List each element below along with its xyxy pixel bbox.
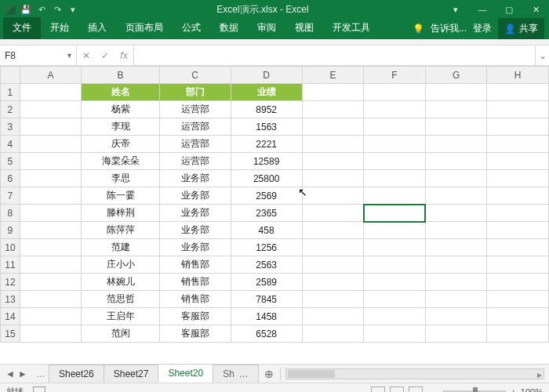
col-header[interactable]: F — [364, 67, 426, 84]
row-header[interactable]: 15 — [1, 325, 20, 343]
row-header[interactable]: 11 — [1, 256, 20, 274]
cell[interactable] — [487, 101, 549, 118]
cell[interactable] — [364, 308, 426, 325]
cell[interactable] — [425, 256, 487, 274]
close-icon[interactable]: ✕ — [522, 0, 549, 19]
tab-home[interactable]: 开始 — [41, 17, 78, 39]
cell[interactable]: 12589 — [231, 153, 302, 170]
tab-formula[interactable]: 公式 — [173, 17, 210, 39]
cell[interactable]: 业务部 — [159, 222, 231, 239]
tell-me[interactable]: 告诉我... — [431, 22, 467, 35]
cell[interactable] — [20, 256, 82, 274]
expand-formula-icon[interactable]: ⌄ — [535, 45, 549, 65]
row-header[interactable]: 12 — [1, 274, 20, 291]
cell[interactable]: 滕梓荆 — [82, 205, 159, 222]
cell[interactable]: 7845 — [231, 291, 302, 308]
cell[interactable] — [20, 118, 82, 136]
cell[interactable]: 业务部 — [159, 239, 231, 256]
col-header[interactable]: A — [20, 67, 82, 84]
zoom-in-icon[interactable]: + — [511, 387, 515, 393]
cell[interactable] — [364, 291, 426, 308]
cell[interactable] — [302, 325, 364, 343]
cell[interactable]: 2569 — [231, 187, 302, 205]
cell[interactable] — [364, 101, 426, 118]
cell[interactable] — [20, 187, 82, 205]
cell[interactable]: 6528 — [231, 325, 302, 343]
share-button[interactable]: 👤 共享 — [498, 18, 544, 39]
cell[interactable]: 8952 — [231, 101, 302, 118]
cell[interactable] — [364, 274, 426, 291]
cell[interactable] — [487, 256, 549, 274]
cell[interactable]: 庄小小 — [82, 256, 159, 274]
cell[interactable]: 客服部 — [159, 325, 231, 343]
horizontal-scrollbar[interactable]: ◂ ▸ — [285, 368, 544, 379]
scroll-thumb[interactable] — [288, 370, 335, 378]
cell[interactable]: 销售部 — [159, 291, 231, 308]
cell[interactable] — [20, 291, 82, 308]
cell[interactable]: 运营部 — [159, 118, 231, 136]
cell[interactable] — [425, 308, 487, 325]
cell[interactable]: 1256 — [231, 239, 302, 256]
cell[interactable]: 运营部 — [159, 101, 231, 118]
cell[interactable] — [487, 325, 549, 343]
row-header[interactable]: 14 — [1, 308, 20, 325]
cell[interactable] — [364, 222, 426, 239]
qat-dropdown-icon[interactable]: ▾ — [67, 4, 78, 15]
redo-icon[interactable]: ↷ — [52, 4, 63, 15]
save-icon[interactable]: 💾 — [20, 4, 31, 15]
row-header[interactable]: 7 — [1, 187, 20, 205]
zoom-out-icon[interactable]: − — [434, 387, 438, 393]
worksheet-grid[interactable]: A B C D E F G H 1 姓名 部门 业绩 2杨紫运营部89523李现… — [0, 66, 549, 343]
page-layout-view-icon[interactable] — [390, 387, 404, 393]
cell[interactable] — [487, 291, 549, 308]
cell[interactable]: 杨紫 — [82, 101, 159, 118]
cell[interactable] — [487, 205, 549, 222]
cell[interactable] — [20, 153, 82, 170]
cell[interactable]: 部门 — [159, 84, 231, 101]
cell[interactable]: 销售部 — [159, 256, 231, 274]
cell[interactable] — [364, 325, 426, 343]
cell[interactable] — [425, 84, 487, 101]
cell[interactable]: 25800 — [231, 170, 302, 187]
cell[interactable]: 2589 — [231, 274, 302, 291]
cell[interactable] — [302, 118, 364, 136]
cell[interactable] — [364, 187, 426, 205]
cell[interactable] — [20, 101, 82, 118]
col-header[interactable]: C — [159, 67, 231, 84]
formula-bar[interactable] — [134, 45, 535, 65]
cell[interactable]: 业务部 — [159, 205, 231, 222]
cell[interactable] — [364, 136, 426, 153]
cell[interactable]: 李思 — [82, 170, 159, 187]
cell[interactable] — [302, 239, 364, 256]
tab-file[interactable]: 文件 — [3, 17, 41, 39]
select-all-corner[interactable] — [1, 67, 20, 84]
tab-dev[interactable]: 开发工具 — [323, 17, 380, 39]
cell[interactable]: 姓名 — [82, 84, 159, 101]
ribbon-options-icon[interactable]: ▾ — [442, 0, 469, 19]
cell[interactable] — [487, 153, 549, 170]
cell[interactable] — [425, 222, 487, 239]
cell[interactable] — [425, 170, 487, 187]
cell[interactable] — [487, 170, 549, 187]
cell[interactable] — [425, 101, 487, 118]
tab-layout[interactable]: 页面布局 — [116, 17, 173, 39]
cell[interactable]: 2563 — [231, 256, 302, 274]
cell[interactable] — [487, 84, 549, 101]
cell[interactable] — [425, 291, 487, 308]
row-header[interactable]: 3 — [1, 118, 20, 136]
cell[interactable] — [487, 136, 549, 153]
cell[interactable]: 销售部 — [159, 274, 231, 291]
cell[interactable] — [364, 170, 426, 187]
cell[interactable]: 范思哲 — [82, 291, 159, 308]
sheet-tab[interactable]: Sh… — [213, 365, 259, 383]
cell[interactable] — [302, 84, 364, 101]
cell[interactable] — [302, 170, 364, 187]
cell[interactable]: 李现 — [82, 118, 159, 136]
cell[interactable] — [425, 239, 487, 256]
cell[interactable]: 2365 — [231, 205, 302, 222]
cell[interactable]: 客服部 — [159, 308, 231, 325]
tab-view[interactable]: 视图 — [285, 17, 323, 39]
sheet-tab[interactable]: Sheet26 — [49, 365, 104, 383]
cell[interactable] — [302, 101, 364, 118]
signin-link[interactable]: 登录 — [473, 22, 492, 35]
